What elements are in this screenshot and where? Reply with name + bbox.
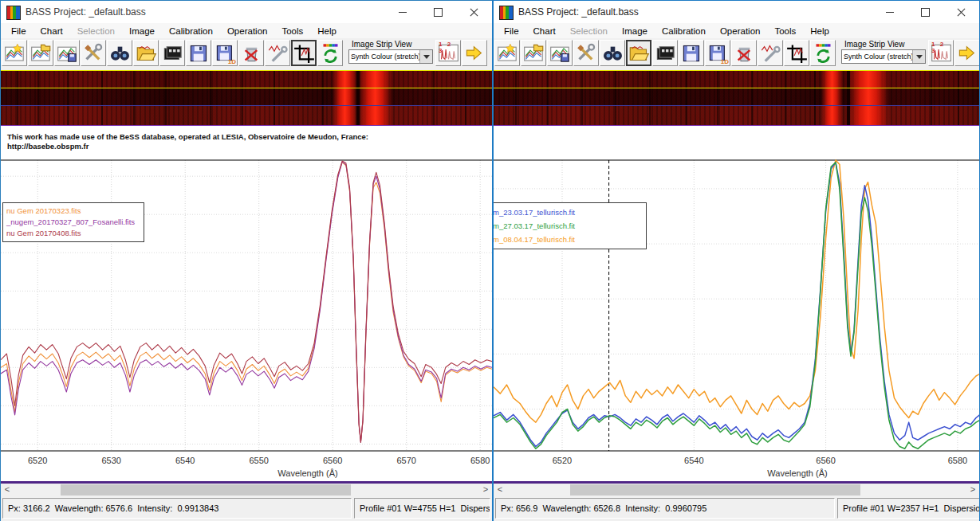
save-chart-icon[interactable] [54,40,80,66]
next-arrow-icon[interactable] [954,40,979,66]
bass-window-left: BASS Project: _default.bass FileChartSel… [0,0,492,521]
chevron-down-icon[interactable] [419,50,432,63]
menu-item-calibration[interactable]: Calibration [655,25,713,37]
equalise-icon[interactable] [758,40,783,66]
status-profile: Profile #01 W=4755 H=1 Dispersion: 0 [354,498,490,519]
next-arrow-icon[interactable] [462,40,487,66]
menu-item-tools[interactable]: Tools [767,25,803,37]
minimize-button[interactable] [384,1,420,23]
chart-legend: nu Gem 20170323.fits_nugem_20170327_807_… [2,202,144,242]
image-strip-view-select[interactable]: Synth Colour (stretch) [348,49,433,64]
svg-text:6560: 6560 [816,456,835,465]
strip-marker-indigo [1,105,492,106]
app-icon [499,6,514,20]
new-chart-icon[interactable] [2,40,27,66]
open-file-icon[interactable] [626,40,651,66]
minimize-icon [886,12,894,13]
telluric-line [615,70,616,125]
telluric-line [686,70,687,125]
toolbar: 1DImage Strip ViewSynth Colour (stretch)… [494,38,979,70]
delete-icon[interactable] [238,40,264,66]
save-chart-icon[interactable] [547,40,573,66]
menu-item-tools[interactable]: Tools [274,25,310,37]
scroll-right-button[interactable]: > [966,484,979,496]
minimize-icon [399,12,407,13]
image-strip-view-select[interactable]: Synth Colour (stretch) [841,49,926,64]
scroll-right-button[interactable]: > [479,484,492,496]
titlebar[interactable]: BASS Project: _default.bass [1,1,492,23]
binoculars-icon[interactable] [107,40,132,66]
profile-select-icon[interactable]: 1 2 3 [435,40,461,66]
menu-item-calibration[interactable]: Calibration [162,25,220,37]
status-position: Px: 3166.2 Wavelength: 6576.6 Intensity:… [2,498,352,519]
menu-item-operation[interactable]: Operation [713,25,768,37]
refresh-colours-icon[interactable] [317,40,343,66]
menu-item-image[interactable]: Image [615,25,655,37]
save-1d-icon[interactable]: 1D [212,40,238,66]
spectrum-chart[interactable]: 6520653065406550656065706580Wavelength (… [1,126,492,481]
menu-item-help[interactable]: Help [803,25,836,37]
image-strip[interactable] [494,70,979,126]
menu-item-selection[interactable]: Selection [563,25,615,37]
delete-icon[interactable] [731,40,757,66]
save-icon[interactable] [186,40,211,66]
minimize-button[interactable] [872,1,907,23]
crop-frame-icon[interactable] [784,40,809,66]
image-stack-icon[interactable] [652,40,678,66]
maximize-button[interactable] [907,1,943,23]
scrollbar-thumb[interactable] [61,484,351,496]
image-strip[interactable] [1,70,492,126]
legend-entry: m_08.04.17_tellurisch.fit [493,233,643,246]
svg-text:6540: 6540 [175,456,195,465]
horizontal-scrollbar[interactable]: < > [1,484,492,496]
maximize-icon [921,8,930,17]
close-button[interactable] [943,1,979,23]
refresh-colours-icon[interactable] [810,40,836,66]
svg-text:6520: 6520 [28,456,47,465]
open-file-icon[interactable] [133,40,159,66]
open-chart-icon[interactable] [28,40,53,66]
image-strip-view-value: Synth Colour (stretch) [349,53,419,61]
spectrum-chart[interactable]: 6520654065606580Wavelength (Å) [494,126,980,481]
tools-icon[interactable] [573,40,599,66]
scroll-left-button[interactable]: < [494,484,506,496]
scroll-left-button[interactable]: < [1,484,14,496]
statusbar: Px: 3166.2 Wavelength: 6576.6 Intensity:… [1,496,492,521]
profile-select-icon[interactable]: 1 2 3 [928,40,954,66]
telluric-line [931,70,932,125]
titlebar[interactable]: BASS Project: _default.bass [494,1,979,23]
maximize-button[interactable] [420,1,456,23]
toolbar: 1DImage Strip ViewSynth Colour (stretch)… [1,38,492,70]
menu-item-image[interactable]: Image [122,25,162,37]
menu-item-file[interactable]: File [497,25,526,37]
save-1d-icon[interactable]: 1D [705,40,730,66]
save-icon[interactable] [679,40,704,66]
scrollbar-thumb[interactable] [570,484,860,496]
horizontal-scrollbar[interactable]: < > [494,484,979,496]
binoculars-icon[interactable] [600,40,625,66]
new-chart-icon[interactable] [494,40,520,66]
open-chart-icon[interactable] [521,40,546,66]
chevron-down-icon[interactable] [912,50,925,63]
maximize-icon [434,8,443,17]
image-stack-icon[interactable] [159,40,185,66]
menu-item-help[interactable]: Help [310,25,344,37]
menu-item-chart[interactable]: Chart [526,25,563,37]
window-title: BASS Project: _default.bass [26,6,146,18]
crop-frame-icon[interactable] [291,40,317,66]
menu-item-selection[interactable]: Selection [70,25,122,37]
svg-text:6520: 6520 [553,456,572,465]
emission-band [358,70,392,125]
legend-entry: _nugem_20170327_807_Fosanelli.fits [6,217,140,228]
legend-entry: m_23.03.17_tellurisch.fit [493,206,643,219]
menu-item-operation[interactable]: Operation [220,25,275,37]
tools-icon[interactable] [81,40,106,66]
telluric-line [717,70,718,125]
menu-item-chart[interactable]: Chart [33,25,70,37]
equalise-icon[interactable] [265,40,290,66]
telluric-line [958,70,959,125]
legend-entry: m_27.03.17_tellurisch.fit [493,219,643,233]
svg-text:6580: 6580 [948,456,967,465]
close-button[interactable] [456,1,492,23]
menu-item-file[interactable]: File [4,25,33,37]
